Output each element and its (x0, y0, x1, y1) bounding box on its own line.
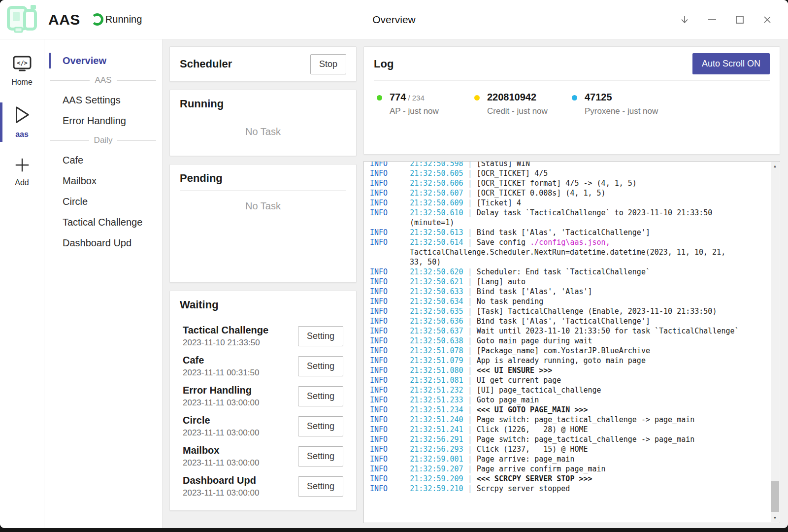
log-scrollbar[interactable]: ▲ ▼ (771, 162, 779, 522)
log-line: INFO 21:32:51.233 | Goto page_main (370, 395, 740, 405)
log-card-header: Log Auto Scroll ON (374, 47, 770, 81)
log-level: INFO (370, 307, 410, 316)
task-setting-button[interactable]: Setting (298, 386, 343, 406)
log-message: [Task] TacticalChallenge (Enable, 2023-1… (477, 307, 717, 316)
log-timestamp: 21:32:50.636 (410, 317, 467, 326)
stop-button[interactable]: Stop (310, 54, 346, 74)
log-separator: | (468, 277, 477, 286)
log-level: INFO (370, 474, 410, 483)
brand: AAS Running (0, 3, 142, 36)
log-line: INFO 21:32:51.241 | Click (1226, 28) @ H… (370, 425, 740, 434)
content: </>HomeaasAdd OverviewAASAAS SettingsErr… (0, 39, 788, 528)
waiting-task-row: Cafe2023-11-11 00:31:50Setting (183, 351, 343, 381)
close-button[interactable] (757, 10, 777, 30)
log-level: INFO (370, 356, 410, 365)
sidebar-item-error-handling[interactable]: Error Handling (44, 110, 162, 131)
auto-scroll-toggle[interactable]: Auto Scroll ON (692, 53, 770, 74)
log-timestamp: 21:32:50.634 (410, 297, 467, 306)
log-separator: | (468, 208, 477, 217)
sidebar-item-mailbox[interactable]: Mailbox (44, 170, 162, 191)
log-level: INFO (370, 161, 410, 168)
pending-empty-label: No Task (170, 191, 356, 212)
log-level: INFO (370, 238, 410, 247)
log-line: INFO 21:32:50.634 | No task pending (370, 297, 740, 306)
divider-line (50, 80, 90, 81)
waiting-list: Tactical Challenge2023-11-10 21:33:50Set… (170, 317, 356, 501)
stat-pyroxene: 47125Pyroxene - just now (572, 92, 658, 116)
task-setting-button[interactable]: Setting (298, 326, 343, 346)
sidebar-item-overview[interactable]: Overview (44, 50, 162, 71)
stat-block: 774/ 234AP - just now (390, 92, 439, 116)
task-setting-button[interactable]: Setting (298, 476, 343, 497)
task-info: Error Handling2023-11-11 03:00:00 (183, 385, 259, 408)
sidebar-item-label: AAS Settings (63, 95, 121, 106)
task-setting-button[interactable]: Setting (298, 356, 343, 376)
log-message: Page arrive: page_main (477, 455, 575, 464)
log-timestamp: 21:32:51.240 (410, 415, 467, 424)
rail-item-add[interactable]: Add (0, 152, 44, 193)
log-separator: | (468, 455, 477, 464)
play-icon (13, 104, 32, 127)
maximize-button[interactable] (730, 10, 750, 30)
log-message: Goto main page during wait (477, 336, 592, 345)
minimize-button[interactable] (702, 10, 722, 30)
log-message: [Lang] auto (477, 277, 525, 286)
sidebar-item-label: Dashboard Upd (63, 237, 131, 249)
log-line: INFO 21:32:50.636 | Bind task ['Alas', '… (370, 316, 740, 326)
divider-line (50, 140, 89, 141)
task-info: Mailbox2023-11-11 03:00:00 (183, 445, 259, 468)
stat-ap: 774/ 234AP - just now (377, 92, 474, 116)
log-level: INFO (370, 169, 410, 178)
sidebar-item-cafe[interactable]: Cafe (44, 150, 162, 170)
scroll-down-button[interactable]: ▼ (771, 514, 779, 522)
scroll-up-button[interactable]: ▲ (771, 162, 779, 170)
scroll-thumb[interactable] (771, 481, 779, 512)
sidebar-item-dashboard-upd[interactable]: Dashboard Upd (44, 233, 162, 253)
update-download-button[interactable] (675, 10, 694, 30)
stat-dot-icon (474, 95, 480, 100)
log-line: INFO 21:32:50.598 | [Status] WIN (370, 161, 740, 168)
sidebar-item-circle[interactable]: Circle (44, 191, 162, 212)
log-message: Click (1237, 15) @ HOME (477, 445, 588, 454)
log-message: <<< UI GOTO PAGE_MAIN >>> (477, 405, 588, 414)
log-separator: | (468, 189, 477, 198)
active-indicator (0, 102, 2, 142)
log-line: INFO 21:32:50.614 | Save config ./config… (370, 237, 740, 267)
log-separator: | (468, 317, 477, 326)
log-message: Scheduler: End task `TacticalChallenge` (477, 267, 650, 276)
log-line: INFO 21:32:51.240 | Page switch: page_ta… (370, 415, 740, 425)
task-setting-button[interactable]: Setting (298, 416, 343, 436)
log-line: INFO 21:32:50.620 | Scheduler: End task … (370, 267, 740, 277)
log-separator: | (468, 415, 477, 424)
rail-item-aas[interactable]: aas (0, 100, 44, 145)
log-level: INFO (370, 405, 410, 414)
log-level: INFO (370, 386, 410, 395)
log-separator: | (468, 267, 477, 276)
app-name: AAS (48, 11, 80, 28)
tasks-column: Scheduler Stop Running No Task Pending N… (169, 46, 357, 528)
log-timestamp: 21:32:51.241 (410, 425, 467, 434)
running-empty-label: No Task (170, 116, 356, 137)
sidebar-item-aas-settings[interactable]: AAS Settings (44, 90, 162, 110)
rail-item-home[interactable]: </>Home (0, 50, 44, 93)
waiting-task-row: Tactical Challenge2023-11-10 21:33:50Set… (183, 321, 343, 351)
log-separator: | (468, 435, 477, 444)
task-info: Circle2023-11-11 03:00:00 (183, 415, 259, 438)
log-line: INFO 21:32:50.610 | Delay task `Tactical… (370, 208, 740, 228)
log-separator: | (468, 465, 477, 473)
log-separator: | (468, 336, 477, 345)
sidebar-item-tactical-challenge[interactable]: Tactical Challenge (44, 212, 162, 233)
log-level: INFO (370, 455, 410, 464)
log-level: INFO (370, 189, 410, 198)
sidebar-item-label: Tactical Challenge (63, 217, 142, 228)
waiting-task-row: Circle2023-11-11 03:00:00Setting (183, 411, 343, 441)
log-line: INFO 21:32:59.207 | Page arrive confirm … (370, 464, 740, 474)
nav-group-label: AAS (95, 75, 111, 85)
stat-credit: 220810942Credit - just now (474, 92, 572, 116)
log-timestamp: 21:32:51.079 (410, 356, 467, 365)
log-separator: | (468, 445, 477, 454)
log-timestamp: 21:32:56.291 (410, 435, 467, 444)
log-level: INFO (370, 208, 410, 217)
log-message: [UI] page_tactical_challenge (477, 386, 601, 395)
task-setting-button[interactable]: Setting (298, 446, 343, 466)
